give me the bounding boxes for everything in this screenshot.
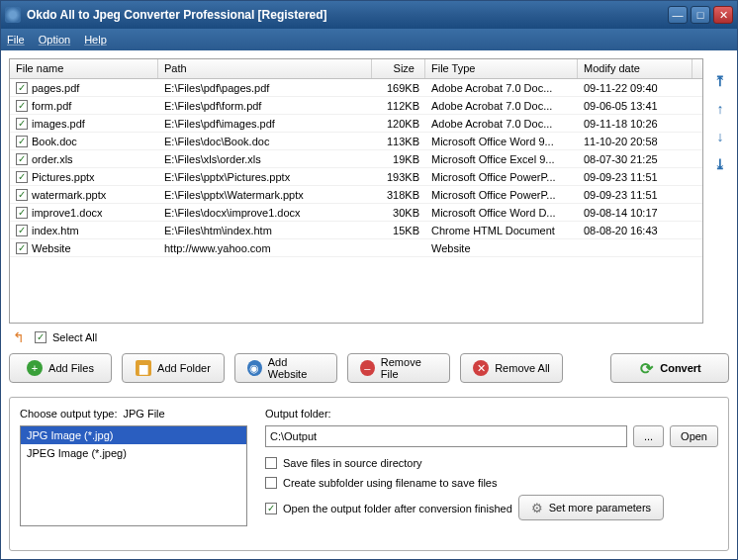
gear-icon: ⚙ xyxy=(531,501,543,515)
menu-option[interactable]: Option xyxy=(39,34,70,46)
cell-date: 09-06-05 13:41 xyxy=(578,98,692,114)
cell-filename: order.xls xyxy=(32,153,73,165)
cell-filename: Pictures.pptx xyxy=(32,171,95,183)
cell-size xyxy=(372,246,425,250)
type-option-jpg[interactable]: JPG Image (*.jpg) xyxy=(21,426,246,444)
row-checkbox[interactable] xyxy=(16,153,28,165)
table-row[interactable]: watermark.pptxE:\Files\pptx\Watermark.pp… xyxy=(10,186,702,204)
cell-path: E:\Files\xls\order.xls xyxy=(158,151,372,167)
cell-filename: index.htm xyxy=(32,225,79,236)
output-type-panel: Choose output type: JPG File JPG Image (… xyxy=(20,408,247,540)
subfolder-label: Create subfolder using filename to save … xyxy=(283,477,497,489)
close-button[interactable]: ✕ xyxy=(713,6,733,24)
add-files-button[interactable]: + Add Files xyxy=(9,353,112,383)
cell-size: 30KB xyxy=(372,205,425,221)
row-checkbox[interactable] xyxy=(16,225,28,236)
move-bottom-icon[interactable]: ⤓ xyxy=(711,155,729,173)
minimize-button[interactable]: — xyxy=(668,6,688,24)
cell-size: 15KB xyxy=(372,223,425,238)
cell-size: 120KB xyxy=(372,116,425,132)
table-row[interactable]: improve1.docxE:\Files\docx\improve1.docx… xyxy=(10,204,702,222)
folder-icon: ▆ xyxy=(136,360,151,376)
output-type-list[interactable]: JPG Image (*.jpg) JPEG Image (*.jpeg) xyxy=(20,425,247,526)
window-title: Okdo All to Jpeg Converter Professional … xyxy=(27,8,668,22)
table-row[interactable]: Pictures.pptxE:\Files\pptx\Pictures.pptx… xyxy=(10,168,702,186)
row-checkbox[interactable] xyxy=(16,118,28,130)
row-checkbox[interactable] xyxy=(16,82,28,94)
row-checkbox[interactable] xyxy=(16,100,28,112)
row-checkbox[interactable] xyxy=(16,136,28,147)
browse-button[interactable]: ... xyxy=(633,425,664,447)
add-website-button[interactable]: ◉ Add Website xyxy=(234,353,337,383)
col-path[interactable]: Path xyxy=(158,59,372,78)
cell-size: 112KB xyxy=(372,98,425,114)
cell-type: Microsoft Office Excel 9... xyxy=(425,151,578,167)
convert-button[interactable]: ⟳ Convert xyxy=(610,353,729,383)
cell-path: E:\Files\htm\index.htm xyxy=(158,223,372,238)
table-row[interactable]: pages.pdfE:\Files\pdf\pages.pdf169KBAdob… xyxy=(10,79,702,97)
open-after-checkbox[interactable] xyxy=(265,503,277,514)
open-button[interactable]: Open xyxy=(670,425,718,447)
cell-size: 19KB xyxy=(372,151,425,167)
table-row[interactable]: index.htmE:\Files\htm\index.htm15KBChrom… xyxy=(10,222,702,239)
output-type-label: Choose output type: xyxy=(20,408,117,420)
output-folder-input[interactable] xyxy=(265,425,627,447)
cell-date: 11-10-20 20:58 xyxy=(578,134,692,149)
type-option-jpeg[interactable]: JPEG Image (*.jpeg) xyxy=(21,444,246,462)
cell-size: 113KB xyxy=(372,134,425,149)
row-checkbox[interactable] xyxy=(16,207,28,219)
col-size[interactable]: Size xyxy=(372,59,425,78)
cell-path: E:\Files\pptx\Pictures.pptx xyxy=(158,169,372,185)
cell-type: Website xyxy=(425,240,578,256)
app-window: Okdo All to Jpeg Converter Professional … xyxy=(0,0,738,560)
row-checkbox[interactable] xyxy=(16,171,28,183)
cell-type: Adobe Acrobat 7.0 Doc... xyxy=(425,98,578,114)
menu-help[interactable]: Help xyxy=(84,34,107,46)
col-filetype[interactable]: File Type xyxy=(425,59,578,78)
table-header: File name Path Size File Type Modify dat… xyxy=(10,59,702,79)
cell-date: 09-09-23 11:51 xyxy=(578,187,692,203)
move-up-icon[interactable]: ↑ xyxy=(711,100,729,118)
cell-size: 169KB xyxy=(372,80,425,96)
table-row[interactable]: form.pdfE:\Files\pdf\form.pdf112KBAdobe … xyxy=(10,97,702,115)
table-row[interactable]: images.pdfE:\Files\pdf\images.pdf120KBAd… xyxy=(10,115,702,133)
set-parameters-button[interactable]: ⚙ Set more parameters xyxy=(518,495,664,520)
file-table: File name Path Size File Type Modify dat… xyxy=(9,58,703,324)
save-source-checkbox[interactable] xyxy=(265,457,277,469)
open-after-label: Open the output folder after conversion … xyxy=(283,503,512,514)
cell-date: 09-09-23 11:51 xyxy=(578,169,692,185)
row-checkbox[interactable] xyxy=(16,242,28,254)
move-down-icon[interactable]: ↓ xyxy=(711,128,729,145)
cell-path: E:\Files\pdf\form.pdf xyxy=(158,98,372,114)
select-all-checkbox[interactable] xyxy=(35,331,46,343)
cell-path: E:\Files\docx\improve1.docx xyxy=(158,205,372,221)
remove-file-button[interactable]: – Remove File xyxy=(347,353,450,383)
output-folder-panel: Output folder: ... Open Save files in so… xyxy=(265,408,718,540)
subfolder-checkbox[interactable] xyxy=(265,477,277,489)
col-modifydate[interactable]: Modify date xyxy=(578,59,692,78)
cell-date: 09-08-14 10:17 xyxy=(578,205,692,221)
cell-path: E:\Files\pdf\images.pdf xyxy=(158,116,372,132)
menu-file[interactable]: File xyxy=(7,34,25,46)
move-top-icon[interactable]: ⤒ xyxy=(711,72,729,90)
col-filename[interactable]: File name xyxy=(10,59,158,78)
table-row[interactable]: order.xlsE:\Files\xls\order.xls19KBMicro… xyxy=(10,150,702,168)
remove-all-button[interactable]: ✕ Remove All xyxy=(460,353,563,383)
table-row[interactable]: Book.docE:\Files\doc\Book.doc113KBMicros… xyxy=(10,133,702,150)
maximize-button[interactable]: □ xyxy=(691,6,710,24)
convert-icon: ⟳ xyxy=(638,360,654,376)
row-checkbox[interactable] xyxy=(16,189,28,201)
cell-filename: form.pdf xyxy=(32,100,71,112)
add-folder-button[interactable]: ▆ Add Folder xyxy=(122,353,225,383)
globe-icon: ◉ xyxy=(247,360,262,376)
cell-date xyxy=(578,246,692,250)
cell-type: Adobe Acrobat 7.0 Doc... xyxy=(425,116,578,132)
cell-path: E:\Files\pdf\pages.pdf xyxy=(158,80,372,96)
titlebar: Okdo All to Jpeg Converter Professional … xyxy=(1,1,737,29)
cell-type: Microsoft Office Word 9... xyxy=(425,134,578,149)
cell-date: 08-07-30 21:25 xyxy=(578,151,692,167)
menubar: File Option Help xyxy=(1,29,737,50)
output-panel: Choose output type: JPG File JPG Image (… xyxy=(9,397,729,551)
table-row[interactable]: Websitehttp://www.yahoo.comWebsite xyxy=(10,239,702,257)
cell-type: Adobe Acrobat 7.0 Doc... xyxy=(425,80,578,96)
